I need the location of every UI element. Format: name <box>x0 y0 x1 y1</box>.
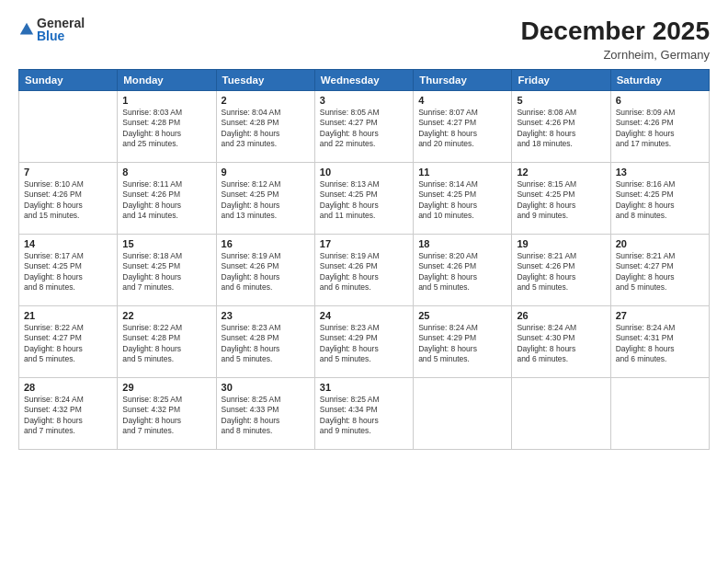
calendar-cell: 4Sunrise: 8:07 AMSunset: 4:27 PMDaylight… <box>414 91 512 163</box>
week-row-5: 28Sunrise: 8:24 AMSunset: 4:32 PMDayligh… <box>19 378 710 450</box>
calendar-cell: 18Sunrise: 8:20 AMSunset: 4:26 PMDayligh… <box>414 235 512 306</box>
calendar-cell <box>512 378 610 450</box>
day-info: Sunrise: 8:21 AMSunset: 4:27 PMDaylight:… <box>616 251 704 293</box>
calendar-cell: 14Sunrise: 8:17 AMSunset: 4:25 PMDayligh… <box>19 235 118 306</box>
day-number: 10 <box>320 167 408 178</box>
calendar-cell: 23Sunrise: 8:23 AMSunset: 4:28 PMDayligh… <box>216 306 314 378</box>
header: General Blue December 2025 Zornheim, Ger… <box>18 17 710 62</box>
week-row-3: 14Sunrise: 8:17 AMSunset: 4:25 PMDayligh… <box>19 235 710 306</box>
week-row-4: 21Sunrise: 8:22 AMSunset: 4:27 PMDayligh… <box>19 306 710 378</box>
day-number: 27 <box>616 310 704 321</box>
day-number: 3 <box>320 95 408 106</box>
col-sunday: Sunday <box>19 70 118 91</box>
title-section: December 2025 Zornheim, Germany <box>521 17 710 62</box>
col-monday: Monday <box>118 70 216 91</box>
day-number: 13 <box>616 167 704 178</box>
day-number: 23 <box>222 310 310 321</box>
calendar-cell: 19Sunrise: 8:21 AMSunset: 4:26 PMDayligh… <box>512 235 610 306</box>
logo-text: General Blue <box>37 17 85 42</box>
day-number: 11 <box>418 167 506 178</box>
day-number: 19 <box>517 238 605 249</box>
calendar-cell: 15Sunrise: 8:18 AMSunset: 4:25 PMDayligh… <box>118 235 216 306</box>
month-title: December 2025 <box>521 17 710 46</box>
day-number: 16 <box>222 238 310 249</box>
day-info: Sunrise: 8:05 AMSunset: 4:27 PMDaylight:… <box>320 108 408 150</box>
calendar-cell: 9Sunrise: 8:12 AMSunset: 4:25 PMDaylight… <box>216 163 314 235</box>
day-number: 15 <box>122 238 210 249</box>
day-info: Sunrise: 8:20 AMSunset: 4:26 PMDaylight:… <box>418 251 506 293</box>
logo-blue: Blue <box>37 29 85 42</box>
calendar-cell: 17Sunrise: 8:19 AMSunset: 4:26 PMDayligh… <box>314 235 413 306</box>
day-info: Sunrise: 8:25 AMSunset: 4:34 PMDaylight:… <box>320 395 408 437</box>
col-thursday: Thursday <box>414 70 512 91</box>
day-info: Sunrise: 8:16 AMSunset: 4:25 PMDaylight:… <box>616 179 704 222</box>
day-number: 4 <box>418 95 506 106</box>
day-info: Sunrise: 8:23 AMSunset: 4:28 PMDaylight:… <box>222 323 310 365</box>
calendar-cell: 20Sunrise: 8:21 AMSunset: 4:27 PMDayligh… <box>610 235 709 306</box>
day-number: 14 <box>24 238 112 249</box>
calendar-cell: 24Sunrise: 8:23 AMSunset: 4:29 PMDayligh… <box>314 306 413 378</box>
day-info: Sunrise: 8:24 AMSunset: 4:31 PMDaylight:… <box>616 323 704 365</box>
calendar-cell: 2Sunrise: 8:04 AMSunset: 4:28 PMDaylight… <box>216 91 314 163</box>
day-info: Sunrise: 8:17 AMSunset: 4:25 PMDaylight:… <box>24 251 112 293</box>
day-info: Sunrise: 8:23 AMSunset: 4:29 PMDaylight:… <box>320 323 408 365</box>
week-row-1: 1Sunrise: 8:03 AMSunset: 4:28 PMDaylight… <box>19 91 710 163</box>
location: Zornheim, Germany <box>521 48 710 62</box>
day-info: Sunrise: 8:03 AMSunset: 4:28 PMDaylight:… <box>122 108 210 150</box>
day-number: 29 <box>122 382 210 393</box>
calendar-cell <box>414 378 512 450</box>
day-info: Sunrise: 8:10 AMSunset: 4:26 PMDaylight:… <box>24 179 112 222</box>
day-number: 25 <box>418 310 506 321</box>
day-number: 21 <box>24 310 112 321</box>
calendar: Sunday Monday Tuesday Wednesday Thursday… <box>18 69 710 450</box>
day-number: 2 <box>222 95 310 106</box>
day-number: 12 <box>517 167 605 178</box>
day-info: Sunrise: 8:12 AMSunset: 4:25 PMDaylight:… <box>222 179 310 222</box>
header-row: Sunday Monday Tuesday Wednesday Thursday… <box>19 70 710 91</box>
day-info: Sunrise: 8:11 AMSunset: 4:26 PMDaylight:… <box>122 179 210 222</box>
day-number: 9 <box>222 167 310 178</box>
calendar-cell: 29Sunrise: 8:25 AMSunset: 4:32 PMDayligh… <box>118 378 216 450</box>
day-info: Sunrise: 8:13 AMSunset: 4:25 PMDaylight:… <box>320 179 408 222</box>
calendar-cell <box>610 378 709 450</box>
day-info: Sunrise: 8:22 AMSunset: 4:28 PMDaylight:… <box>122 323 210 365</box>
day-info: Sunrise: 8:09 AMSunset: 4:26 PMDaylight:… <box>616 108 704 150</box>
calendar-cell: 31Sunrise: 8:25 AMSunset: 4:34 PMDayligh… <box>314 378 413 450</box>
calendar-cell: 22Sunrise: 8:22 AMSunset: 4:28 PMDayligh… <box>118 306 216 378</box>
calendar-cell: 1Sunrise: 8:03 AMSunset: 4:28 PMDaylight… <box>118 91 216 163</box>
day-number: 8 <box>122 167 210 178</box>
calendar-cell: 7Sunrise: 8:10 AMSunset: 4:26 PMDaylight… <box>19 163 118 235</box>
calendar-cell <box>19 91 118 163</box>
calendar-cell: 3Sunrise: 8:05 AMSunset: 4:27 PMDaylight… <box>314 91 413 163</box>
day-info: Sunrise: 8:25 AMSunset: 4:32 PMDaylight:… <box>122 395 210 437</box>
day-number: 24 <box>320 310 408 321</box>
calendar-cell: 8Sunrise: 8:11 AMSunset: 4:26 PMDaylight… <box>118 163 216 235</box>
calendar-cell: 26Sunrise: 8:24 AMSunset: 4:30 PMDayligh… <box>512 306 610 378</box>
col-friday: Friday <box>512 70 610 91</box>
calendar-cell: 16Sunrise: 8:19 AMSunset: 4:26 PMDayligh… <box>216 235 314 306</box>
svg-marker-0 <box>20 23 33 35</box>
calendar-cell: 12Sunrise: 8:15 AMSunset: 4:25 PMDayligh… <box>512 163 610 235</box>
day-number: 30 <box>222 382 310 393</box>
day-number: 20 <box>616 238 704 249</box>
calendar-cell: 28Sunrise: 8:24 AMSunset: 4:32 PMDayligh… <box>19 378 118 450</box>
logo: General Blue <box>18 17 85 42</box>
day-number: 17 <box>320 238 408 249</box>
calendar-cell: 27Sunrise: 8:24 AMSunset: 4:31 PMDayligh… <box>610 306 709 378</box>
day-info: Sunrise: 8:24 AMSunset: 4:29 PMDaylight:… <box>418 323 506 365</box>
logo-general: General <box>37 17 85 29</box>
day-number: 22 <box>122 310 210 321</box>
day-info: Sunrise: 8:24 AMSunset: 4:32 PMDaylight:… <box>24 395 112 437</box>
col-tuesday: Tuesday <box>216 70 314 91</box>
day-info: Sunrise: 8:08 AMSunset: 4:26 PMDaylight:… <box>517 108 605 150</box>
day-info: Sunrise: 8:21 AMSunset: 4:26 PMDaylight:… <box>517 251 605 293</box>
day-number: 5 <box>517 95 605 106</box>
calendar-cell: 10Sunrise: 8:13 AMSunset: 4:25 PMDayligh… <box>314 163 413 235</box>
calendar-cell: 30Sunrise: 8:25 AMSunset: 4:33 PMDayligh… <box>216 378 314 450</box>
calendar-cell: 5Sunrise: 8:08 AMSunset: 4:26 PMDaylight… <box>512 91 610 163</box>
calendar-cell: 13Sunrise: 8:16 AMSunset: 4:25 PMDayligh… <box>610 163 709 235</box>
calendar-cell: 11Sunrise: 8:14 AMSunset: 4:25 PMDayligh… <box>414 163 512 235</box>
day-info: Sunrise: 8:19 AMSunset: 4:26 PMDaylight:… <box>222 251 310 293</box>
day-info: Sunrise: 8:22 AMSunset: 4:27 PMDaylight:… <box>24 323 112 365</box>
calendar-cell: 6Sunrise: 8:09 AMSunset: 4:26 PMDaylight… <box>610 91 709 163</box>
